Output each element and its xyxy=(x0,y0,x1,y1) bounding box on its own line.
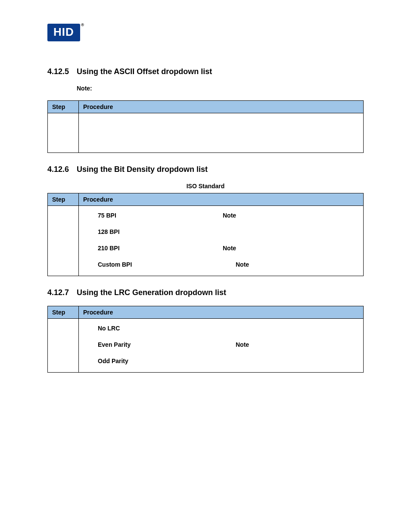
item-label: No LRC xyxy=(98,325,145,332)
table-header-row: Step Procedure xyxy=(48,306,364,319)
iso-standard-caption: ISO Standard xyxy=(47,183,364,190)
section-title: Using the ASCII Offset dropdown list xyxy=(77,67,212,76)
item-label: 75 BPI xyxy=(98,212,145,219)
list-item: 210 BPI Note xyxy=(86,245,356,252)
section-lrc-generation: 4.12.7 Using the LRC Generation dropdown… xyxy=(47,288,364,373)
hid-logo: HID ® xyxy=(47,24,80,41)
section-ascii-offset: 4.12.5 Using the ASCII Offset dropdown l… xyxy=(47,67,364,153)
col-step: Step xyxy=(48,193,79,206)
table-lrc: Step Procedure No LRC Even Parity Note O… xyxy=(47,306,364,373)
table-header-row: Step Procedure xyxy=(48,193,364,206)
item-note: Note xyxy=(236,261,249,268)
logo-text: HID xyxy=(53,25,74,38)
note-label: Note: xyxy=(77,85,364,92)
logo-block: HID ® xyxy=(47,24,364,41)
section-bit-density: 4.12.6 Using the Bit Density dropdown li… xyxy=(47,165,364,276)
table-ascii-offset: Step Procedure xyxy=(47,100,364,153)
col-procedure: Procedure xyxy=(79,101,364,113)
item-note: Note xyxy=(223,212,236,219)
table-header-row: Step Procedure xyxy=(48,101,364,113)
section-heading: 4.12.6 Using the Bit Density dropdown li… xyxy=(47,165,364,174)
registered-mark: ® xyxy=(81,23,84,27)
table-row: No LRC Even Parity Note Odd Parity xyxy=(48,319,364,373)
item-label: Custom BPI xyxy=(98,261,145,268)
section-heading: 4.12.7 Using the LRC Generation dropdown… xyxy=(47,288,364,297)
section-number: 4.12.6 xyxy=(47,165,72,174)
section-title: Using the LRC Generation dropdown list xyxy=(77,288,226,297)
item-label: 128 BPI xyxy=(98,228,145,235)
col-procedure: Procedure xyxy=(79,306,364,319)
section-heading: 4.12.5 Using the ASCII Offset dropdown l… xyxy=(47,67,364,76)
item-note: Note xyxy=(223,245,236,252)
item-label: 210 BPI xyxy=(98,245,145,252)
section-number: 4.12.7 xyxy=(47,288,72,297)
table-row xyxy=(48,113,364,153)
cell-procedure: No LRC Even Parity Note Odd Parity xyxy=(79,319,364,373)
table-row: 75 BPI Note 128 BPI 210 BPI Note Custom … xyxy=(48,206,364,276)
col-step: Step xyxy=(48,306,79,319)
section-number: 4.12.5 xyxy=(47,67,72,76)
cell-step xyxy=(48,206,79,276)
list-item: Custom BPI Note xyxy=(86,261,356,268)
item-note: Note xyxy=(236,341,249,348)
col-procedure: Procedure xyxy=(79,193,364,206)
cell-step xyxy=(48,113,79,153)
list-item: 128 BPI xyxy=(86,228,356,235)
item-label: Even Parity xyxy=(98,341,145,348)
cell-step xyxy=(48,319,79,373)
list-item: No LRC xyxy=(86,325,356,332)
section-title: Using the Bit Density dropdown list xyxy=(77,165,208,174)
item-label: Odd Parity xyxy=(98,358,145,364)
list-item: Even Parity Note xyxy=(86,341,356,348)
list-item: Odd Parity xyxy=(86,358,356,364)
table-bit-density: Step Procedure 75 BPI Note 128 BPI 210 B… xyxy=(47,193,364,276)
cell-procedure: 75 BPI Note 128 BPI 210 BPI Note Custom … xyxy=(79,206,364,276)
cell-procedure xyxy=(79,113,364,153)
list-item: 75 BPI Note xyxy=(86,212,356,219)
col-step: Step xyxy=(48,101,79,113)
